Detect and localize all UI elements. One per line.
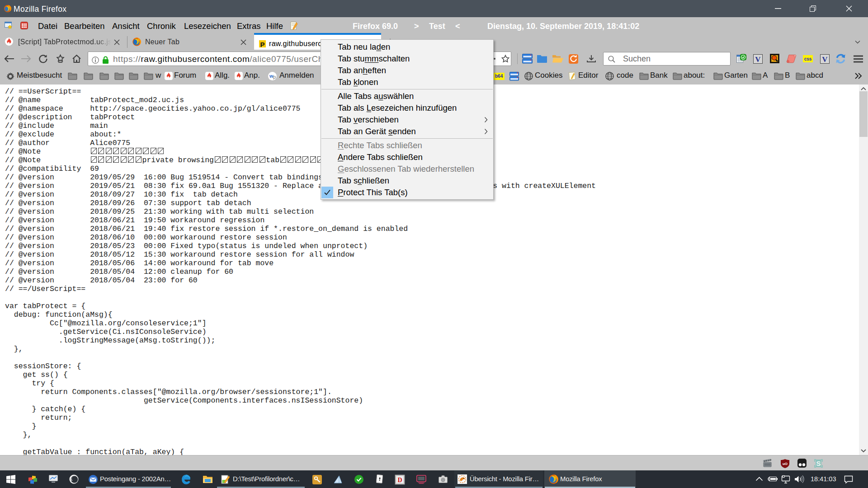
svg-text:p: p (273, 74, 276, 80)
svg-text:V: V (755, 55, 761, 64)
svg-text:S: S (816, 460, 821, 467)
svg-text:uO: uO (783, 462, 788, 466)
svg-text:V: V (822, 55, 828, 64)
svg-text:css: css (804, 56, 812, 61)
svg-text:D: D (397, 477, 402, 483)
